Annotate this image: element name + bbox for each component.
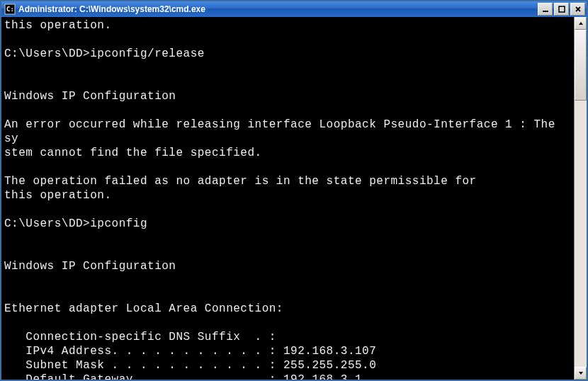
prompt: C:\Users\DD> — [4, 217, 90, 230]
error-text: An error occurred while releasing interf… — [4, 118, 562, 145]
dns-suffix-line: Connection-specific DNS Suffix . : — [4, 331, 276, 343]
scroll-up-button[interactable] — [575, 17, 587, 30]
command-text: ipconfig — [90, 217, 147, 230]
minimize-button[interactable] — [538, 3, 553, 16]
svg-rect-3 — [559, 6, 565, 12]
terminal-output[interactable]: this operation. C:\Users\DD>ipconfig/rel… — [1, 17, 574, 380]
error-text: The operation failed as no adapter is in… — [4, 175, 477, 188]
subnet-line: Subnet Mask . . . . . . . . . . . : 255.… — [4, 359, 376, 372]
gateway-line: Default Gateway . . . . . . . . . : 192.… — [4, 373, 362, 380]
client-area: this operation. C:\Users\DD>ipconfig/rel… — [1, 17, 587, 380]
maximize-button[interactable] — [554, 3, 569, 16]
section-header: Windows IP Configuration — [4, 90, 176, 103]
titlebar[interactable]: C: Administrator: C:\Windows\system32\cm… — [1, 1, 587, 17]
close-button[interactable] — [570, 3, 585, 16]
svg-rect-2 — [543, 11, 548, 12]
window-title: Administrator: C:\Windows\system32\cmd.e… — [18, 4, 536, 14]
scroll-down-button[interactable] — [575, 367, 587, 380]
error-text: stem cannot find the file specified. — [4, 147, 262, 159]
ipv4-line: IPv4 Address. . . . . . . . . . . : 192.… — [4, 345, 376, 358]
prompt: C:\Users\DD> — [4, 47, 90, 60]
svg-text:C:: C: — [6, 6, 14, 13]
scroll-track[interactable] — [575, 30, 587, 367]
window-controls — [536, 3, 585, 16]
cmd-icon: C: — [4, 4, 16, 15]
vertical-scrollbar[interactable] — [574, 17, 587, 380]
section-header: Windows IP Configuration — [4, 260, 176, 273]
cmd-window: C: Administrator: C:\Windows\system32\cm… — [0, 0, 588, 381]
command-text: ipconfig/release — [90, 47, 205, 60]
text-line: this operation. — [4, 19, 112, 32]
adapter-header: Ethernet adapter Local Area Connection: — [4, 302, 283, 315]
scroll-thumb[interactable] — [575, 30, 587, 101]
error-text: this operation. — [4, 189, 112, 202]
